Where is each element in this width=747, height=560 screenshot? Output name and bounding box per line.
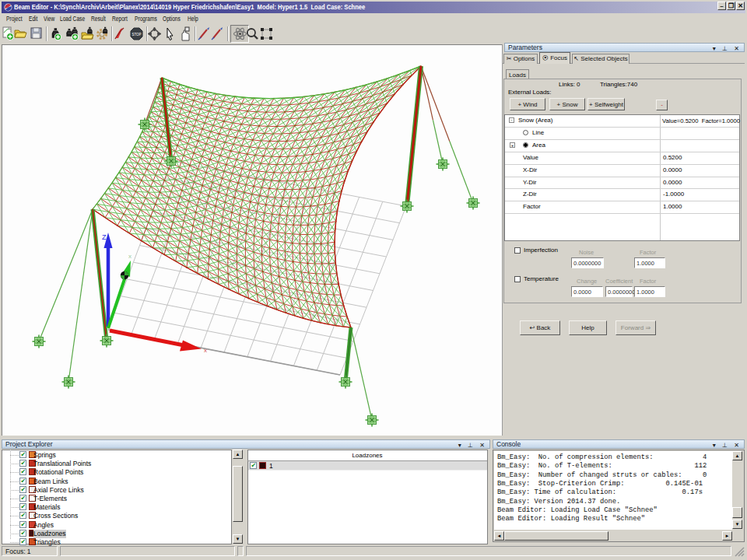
svg-text:Z: Z (102, 233, 107, 241)
svg-text:STOP: STOP (132, 33, 141, 37)
svg-text:x: x (204, 347, 207, 354)
svg-text:x: x (128, 253, 132, 260)
